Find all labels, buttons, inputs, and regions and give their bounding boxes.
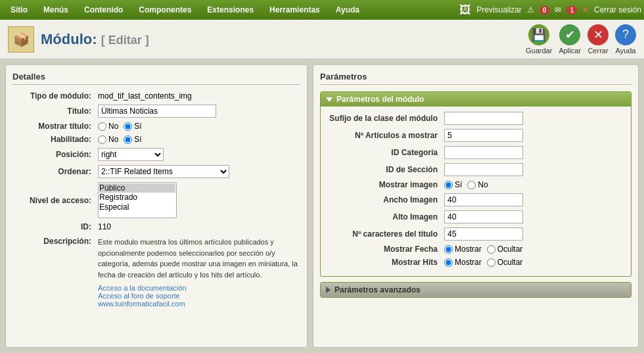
show-date-mostrar-radio[interactable]: [444, 245, 453, 254]
show-hits-ocultar-option[interactable]: Ocultar: [487, 258, 523, 267]
suffix-field-container: [444, 112, 626, 125]
module-params-title[interactable]: Parámetros del módulo: [321, 92, 631, 106]
position-field-container: right: [98, 148, 300, 161]
title-chars-row: Nº caracteres del título: [326, 227, 626, 241]
title-field-container: [98, 105, 300, 118]
nav-menus[interactable]: Menús: [35, 3, 76, 17]
link-documentation[interactable]: Acceso a la documentación: [98, 284, 300, 292]
messages-icon: ✉: [555, 5, 561, 14]
module-params-body: Sufijo de la clase del módulo Nº Artícul…: [321, 106, 631, 276]
nav-componentes[interactable]: Componentes: [131, 3, 199, 17]
access-publico[interactable]: Público: [99, 183, 175, 193]
title-row: Título:: [12, 105, 300, 118]
show-image-no-radio[interactable]: [467, 181, 476, 189]
position-select[interactable]: right: [98, 148, 164, 161]
enabled-options: No Sí: [98, 135, 300, 144]
access-label: Nivel de acceso:: [12, 196, 98, 205]
show-hits-ocultar-radio[interactable]: [487, 258, 495, 267]
apply-icon: ✔: [559, 24, 580, 45]
suffix-label: Sufijo de la clase del módulo: [326, 114, 444, 123]
enabled-si-radio[interactable]: [124, 135, 132, 144]
enabled-no-radio[interactable]: [98, 135, 106, 144]
help-icon: ?: [615, 24, 636, 45]
access-listbox[interactable]: Público Registrado Especial: [98, 182, 177, 218]
show-title-no-option[interactable]: No: [98, 122, 118, 131]
show-date-options: Mostrar Ocultar: [444, 245, 626, 254]
nav-contenido[interactable]: Contenido: [76, 3, 131, 17]
image-width-input[interactable]: [444, 193, 523, 206]
apply-button[interactable]: ✔ Aplicar: [559, 24, 581, 55]
title-input[interactable]: [98, 105, 216, 118]
suffix-row: Sufijo de la clase del módulo: [326, 112, 626, 125]
category-id-label: ID Categoría: [326, 148, 444, 157]
section-id-label: ID de Sección: [326, 165, 444, 174]
nav-herramientas[interactable]: Herramientas: [262, 3, 328, 17]
logout-button[interactable]: Cerrar sesión: [594, 5, 641, 14]
advanced-params-section: Parámetros avanzados: [320, 282, 632, 298]
toolbar: 📦 Módulo: [ Editar ] 💾 Guardar ✔ Aplicar…: [0, 20, 644, 59]
show-hits-options: Mostrar Ocultar: [444, 258, 626, 267]
show-date-ocultar-option[interactable]: Ocultar: [487, 245, 523, 254]
show-title-label: Mostrar título:: [12, 122, 98, 131]
show-hits-mostrar-radio[interactable]: [444, 258, 453, 267]
title-chars-input[interactable]: [444, 227, 523, 241]
category-id-row: ID Categoría: [326, 146, 626, 159]
nav-right: 🖼 Previsualizar ⚠ 0 ✉ 1 ✕ Cerrar sesión: [459, 3, 641, 17]
image-height-field-container: [444, 210, 626, 224]
access-row: Nivel de acceso: Público Registrado Espe…: [12, 182, 300, 218]
nav-sitio[interactable]: Sitio: [3, 3, 35, 17]
module-type-row: Tipo de módulo: mod_tif_last_contents_im…: [12, 91, 300, 101]
show-hits-mostrar-option[interactable]: Mostrar: [444, 258, 482, 267]
details-title: Detalles: [12, 72, 300, 85]
help-button[interactable]: ? Ayuda: [615, 24, 636, 55]
description-container: Este modulo muestra los últimos artículo…: [98, 235, 300, 308]
show-image-row: Mostrar imagen Sí No: [326, 180, 626, 189]
position-label: Posición:: [12, 150, 98, 159]
link-forum[interactable]: Acceso al foro de soporte: [98, 292, 300, 300]
show-date-row: Mostrar Fecha Mostrar Ocultar: [326, 245, 626, 254]
advanced-params-title[interactable]: Parámetros avanzados: [321, 283, 631, 297]
module-params-section: Parámetros del módulo Sufijo de la clase…: [320, 91, 632, 277]
access-especial[interactable]: Especial: [99, 202, 175, 212]
logout-icon: ✕: [582, 5, 589, 14]
save-button[interactable]: 💾 Guardar: [526, 24, 552, 55]
nav-ayuda[interactable]: Ayuda: [328, 3, 367, 17]
articles-input[interactable]: [444, 129, 523, 142]
module-icon: 📦: [8, 26, 34, 53]
show-title-no-radio[interactable]: [98, 122, 106, 131]
show-image-si-radio[interactable]: [444, 181, 453, 189]
close-button[interactable]: ✕ Cerrar: [587, 24, 609, 55]
show-image-label: Mostrar imagen: [326, 180, 444, 189]
show-date-ocultar-radio[interactable]: [487, 245, 495, 254]
show-date-mostrar-option[interactable]: Mostrar: [444, 245, 482, 254]
show-date-label: Mostrar Fecha: [326, 245, 444, 254]
preview-button[interactable]: Previsualizar: [476, 5, 522, 14]
show-image-no-option[interactable]: No: [467, 180, 488, 189]
image-height-input[interactable]: [444, 210, 523, 224]
link-website[interactable]: www.tuinformaticafacil.com: [98, 300, 300, 308]
category-id-input[interactable]: [444, 146, 523, 159]
enabled-si-option[interactable]: Sí: [124, 135, 141, 144]
page-subtitle: [ Editar ]: [101, 34, 149, 47]
order-label: Ordenar:: [12, 167, 98, 176]
section-id-field-container: [444, 163, 626, 176]
nav-extensiones[interactable]: Extensiones: [199, 3, 262, 17]
access-registrado[interactable]: Registrado: [99, 193, 175, 202]
enabled-no-option[interactable]: No: [98, 135, 118, 144]
section-id-input[interactable]: [444, 163, 523, 176]
preview-icon: 🖼: [459, 3, 471, 17]
show-title-si-radio[interactable]: [124, 122, 132, 131]
show-title-si-option[interactable]: Sí: [124, 122, 141, 131]
order-field-container: 2::TIF Related Items: [98, 165, 300, 178]
show-image-si-option[interactable]: Sí: [444, 180, 462, 189]
show-title-row: Mostrar título: No Sí: [12, 122, 300, 131]
order-select[interactable]: 2::TIF Related Items: [98, 165, 229, 178]
close-icon: ✕: [587, 24, 609, 45]
enabled-label: Habilitado:: [12, 135, 98, 144]
details-panel: Detalles Tipo de módulo: mod_tif_last_co…: [5, 64, 308, 348]
image-width-row: Ancho Imagen: [326, 193, 626, 206]
suffix-input[interactable]: [444, 112, 523, 125]
id-row: ID: 110: [12, 222, 300, 231]
category-id-field-container: [444, 146, 626, 159]
collapse-icon: [326, 97, 333, 102]
